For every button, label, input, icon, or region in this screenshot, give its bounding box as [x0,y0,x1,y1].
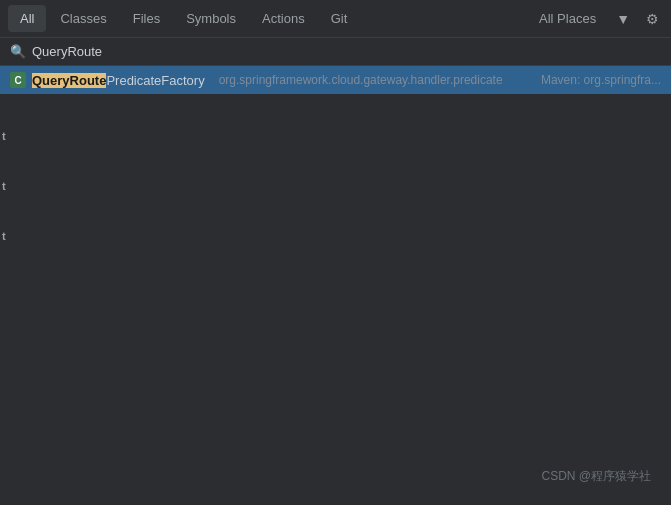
result-name-rest: PredicateFactory [106,73,204,88]
class-icon: C [10,72,26,88]
result-name: QueryRoutePredicateFactory [32,73,205,88]
left-indicator-1: t [2,130,6,142]
left-indicator-3: t [2,230,6,242]
tab-symbols[interactable]: Symbols [174,5,248,32]
all-places-dropdown[interactable]: All Places [531,7,604,30]
tab-git[interactable]: Git [319,5,360,32]
watermark: CSDN @程序猿学社 [541,468,651,485]
result-maven: Maven: org.springfra... [541,73,661,87]
result-row[interactable]: C QueryRoutePredicateFactory org.springf… [0,66,671,94]
nav-right: All Places ▼ ⚙ [531,7,663,31]
filter-icon[interactable]: ▼ [612,7,634,31]
results-list: C QueryRoutePredicateFactory org.springf… [0,66,671,94]
result-name-highlight: QueryRoute [32,73,106,88]
tab-files[interactable]: Files [121,5,172,32]
tab-actions[interactable]: Actions [250,5,317,32]
tab-all[interactable]: All [8,5,46,32]
left-indicator-2: t [2,180,6,192]
search-icon: 🔍 [10,44,26,59]
top-navigation: All Classes Files Symbols Actions Git Al… [0,0,671,38]
settings-icon[interactable]: ⚙ [642,7,663,31]
result-package: org.springframework.cloud.gateway.handle… [219,73,535,87]
tab-classes[interactable]: Classes [48,5,118,32]
search-bar: 🔍 [0,38,671,66]
search-input[interactable] [32,44,661,59]
